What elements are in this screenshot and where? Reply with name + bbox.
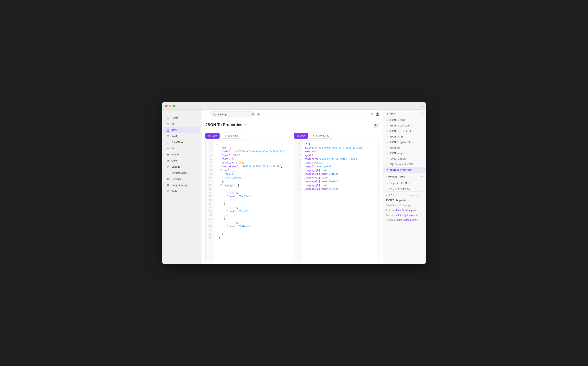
copy-output-button[interactable]: ⧉ Copy: [294, 133, 308, 139]
code-line: ],: [216, 180, 287, 183]
related-nav-label: Properties To JSON: [390, 182, 410, 185]
search-input[interactable]: [217, 113, 250, 116]
nav-dot: [387, 153, 388, 154]
save-as-file-label: Save as file: [316, 134, 329, 137]
nav-icon-text: ≡: [166, 147, 170, 150]
code-line: ▾ {: [216, 202, 287, 206]
save-as-file-icon: ⬇: [313, 134, 315, 137]
props-line: tags[1]=development: [304, 165, 376, 169]
sidebar-item-json[interactable]: { }JSON: [163, 127, 200, 133]
nav-icon-network: ⊛: [166, 177, 170, 180]
code-line: }: [216, 236, 287, 240]
sidebar-item-web[interactable]: ⊕Web: [163, 188, 200, 194]
version-label: 1.0.1: [389, 194, 394, 197]
right-nav-item-json-merge[interactable]: JSON Merge: [383, 151, 426, 156]
line-num: 8: [206, 169, 213, 172]
check-icon[interactable]: ✓: [418, 194, 420, 197]
related-section-header[interactable]: ⟐ Related Tools ▼: [383, 173, 426, 180]
right-nav-item-json-to-toml[interactable]: JSON To TOML: [383, 117, 426, 123]
sidebar-item-home[interactable]: ⌂Home: [163, 115, 200, 121]
maximize-button[interactable]: [173, 105, 175, 107]
close-button[interactable]: [165, 105, 168, 107]
sidebar-item-yaml[interactable]: ⊟YAML: [163, 133, 200, 139]
right-nav-label: JSON To TOML: [390, 119, 406, 122]
home-button[interactable]: ⌂: [205, 112, 208, 117]
line-num: 9: [294, 172, 302, 176]
gear-icon[interactable]: ⚙: [409, 194, 411, 197]
line-num: 2: [206, 146, 213, 150]
right-nav-item-json-to-dart-class[interactable]: JSON To Dart Class: [383, 123, 426, 129]
user-button[interactable]: 👤: [376, 112, 379, 116]
sidebar-item-text[interactable]: ≡Text: [163, 145, 200, 151]
line-num: 14: [206, 191, 213, 195]
json-input-editor[interactable]: 1234567891011121314151617181920212223242…: [205, 140, 290, 261]
sidebar-nav: ⌂Home⊞All{ }JSON⊟YAML⊙Date/Time≡Text▣Ima…: [162, 113, 201, 264]
copy-input-icon: ⧉: [208, 134, 210, 137]
github-icon[interactable]: ⊙: [415, 194, 417, 197]
related-nav-item-yaml-to-properties[interactable]: YAML To Properties: [383, 186, 426, 191]
line-num: 13: [206, 187, 213, 191]
right-nav-item-json-to-cpp-struct[interactable]: JSON To C++ Struct: [383, 129, 426, 134]
props-line: id=1: [304, 142, 376, 146]
favorite-button[interactable]: ☆: [244, 123, 247, 127]
props-output-editor[interactable]: 12345678910111213 id=1uuid=3d877494-e7d4…: [294, 140, 379, 261]
nav-dot: [387, 183, 388, 184]
copy-input-label: Copy: [211, 134, 217, 137]
props-code-content[interactable]: id=1uuid=3d877494-e7d4-48e3-aa7a-164373a…: [302, 140, 378, 261]
right-nav-item-sql-schema-to-json[interactable]: SQL Schema To JSON: [383, 161, 426, 167]
code-line: },: [216, 198, 287, 202]
right-nav-item-json-to-python-class[interactable]: JSON To Python Class: [383, 139, 426, 145]
save-as-file-button[interactable]: ⬇ Save as file: [310, 133, 332, 139]
expand-icon[interactable]: ▼: [421, 194, 423, 197]
line-num: 12: [294, 183, 302, 187]
sidebar-item-datetime[interactable]: ⊙Date/Time: [163, 139, 200, 145]
copy-input-button[interactable]: ⧉ Copy: [205, 133, 219, 139]
props-key: language[1].id: [304, 176, 324, 179]
version-section: ⊙ 1.0.1 ⚙ ⊕ ⊙ ✓ ▼ JSON To Properties Pub…: [383, 192, 426, 225]
related-tools-section: ⟐ Related Tools ▼ Properties To JSONYAML…: [383, 173, 426, 192]
feedback-label: Feedback:: [385, 219, 397, 221]
content-area: ⌂ 🔍 ⌘ + K ↗ 👤 JSON To Properties: [202, 110, 383, 264]
right-nav-item-toml-to-json[interactable]: TOML To JSON: [383, 156, 426, 161]
sidebar-item-cryptography[interactable]: ⚿Cryptography: [163, 170, 200, 176]
props-value: 2020-02-03T06:00:03 -08:00: [320, 158, 357, 160]
props-key: language[2].id: [304, 184, 324, 187]
props-value: 3d877494-e7d4-48e3-aa7a-164373a7920d: [311, 146, 362, 149]
repo-link[interactable]: https://github.com/...: [398, 214, 419, 217]
line-num: 3: [294, 150, 302, 154]
tool-link-label: Tool Link:: [385, 209, 396, 212]
props-line: language[1].id=1: [304, 176, 376, 180]
right-nav-item-json-to-properties[interactable]: JSON To Properties: [383, 167, 426, 173]
json-section-header[interactable]: { } JSON ▼: [383, 110, 426, 117]
layout-toggle-button[interactable]: ▣: [372, 122, 379, 128]
copy-output-icon: ⧉: [297, 134, 299, 137]
sidebar-item-color[interactable]: ◉Color: [163, 158, 200, 163]
code-line: "id": 1,: [216, 146, 287, 150]
feedback-link[interactable]: https://github.com/...: [397, 219, 418, 221]
nav-icon-cryptography: ⚿: [166, 171, 170, 174]
tool-link[interactable]: https://t.he3app.co...: [396, 209, 418, 212]
sidebar-item-encode[interactable]: ⇄Encode: [163, 164, 200, 170]
select-file-button[interactable]: ⬆ Select file: [221, 133, 241, 139]
sidebar-item-network[interactable]: ⊛Network: [163, 176, 200, 182]
right-nav-label: JSON To Dart Class: [390, 124, 411, 127]
collapse-sidebar-button[interactable]: «: [421, 104, 423, 107]
related-nav-item-properties-to-json[interactable]: Properties To JSON: [383, 180, 426, 186]
props-key: language[1].name: [304, 180, 327, 183]
sidebar-item-image[interactable]: ▣Image: [163, 152, 200, 157]
sidebar-item-all[interactable]: ⊞All: [163, 121, 200, 127]
panel-splitter[interactable]: [292, 133, 292, 261]
json-section-title: { } JSON: [385, 112, 396, 115]
sidebar-item-programming[interactable]: ⟨⟩Programming: [163, 182, 200, 188]
globe-icon[interactable]: ⊕: [412, 194, 414, 197]
related-section-icon: ⟐: [385, 175, 387, 178]
right-nav-item-json-to-php[interactable]: JSON To PHP: [383, 134, 426, 139]
line-num: 21: [206, 217, 213, 221]
minimize-button[interactable]: [169, 105, 172, 107]
right-nav-item-json-diff[interactable]: JSON Diff: [383, 145, 426, 151]
json-code-content[interactable]: ▾ { "id": 1, "uuid": "3d877494-e7d4-48e3…: [213, 140, 290, 261]
nav-dot: [387, 188, 388, 189]
code-line: "id": 1,: [216, 206, 287, 210]
version-header: ⊙ 1.0.1 ⚙ ⊕ ⊙ ✓ ▼: [385, 194, 423, 197]
share-button[interactable]: ↗: [371, 112, 373, 116]
